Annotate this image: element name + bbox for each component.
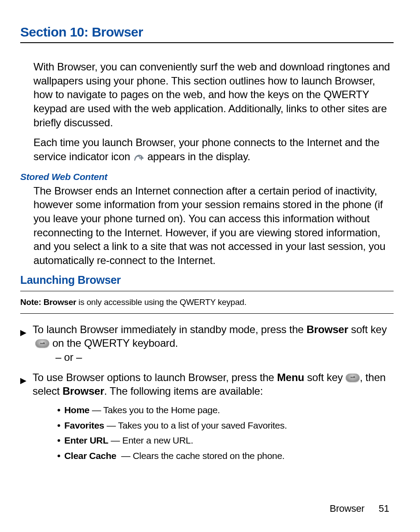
intro-paragraph-1: With Browser, you can conveniently surf … [33,60,394,129]
intro-paragraph-2: Each time you launch Browser, your phone… [33,136,394,165]
stored-paragraph: The Browser ends an Internet connection … [33,184,394,268]
svg-marker-2 [20,378,26,384]
bullet-icon: • [57,448,64,464]
step2-bold2: Browser [63,385,104,397]
intro-p2-part-b: appears in the display. [147,150,251,162]
stored-block: The Browser ends an Internet connection … [20,184,394,268]
step2-bold1: Menu [277,371,304,383]
step2-a: To use Browser options to launch Browser… [33,371,277,383]
item-desc: Takes you to a list of your saved Favori… [104,420,287,430]
item-desc: Takes you to the Home page. [89,405,220,415]
page-number: 51 [379,503,389,514]
play-arrow-icon [20,374,33,388]
play-arrow-icon [20,326,33,340]
list-item: • FavoritesTakes you to a list of your s… [57,418,394,433]
section-title: Section 10: Browser [20,25,394,43]
bullet-icon: • [57,418,64,433]
page: Section 10: Browser With Browser, you ca… [0,0,420,532]
step-2: To use Browser options to launch Browser… [20,371,394,398]
list-item: • HomeTakes you to the Home page. [57,403,394,418]
softkey-browser-icon [35,339,49,348]
browser-options-list: • HomeTakes you to the Home page. • Favo… [20,403,394,464]
note-section: Note: Browser is only accessible using t… [20,291,394,464]
stored-web-content-heading: Stored Web Content [20,172,394,182]
item-desc: Enter a new URL. [108,435,193,445]
bullet-icon: • [57,403,64,418]
footer-section-label: Browser [330,503,365,514]
step1-b: soft key [348,323,387,335]
list-item: • Clear Cache Clears the cache stored on… [57,448,394,464]
note-prefix: Note: Browser [20,297,76,307]
list-item: • Enter URLEnter a new URL. [57,433,394,448]
service-indicator-icon [133,151,144,165]
step1-c: on the QWERTY keyboard. [52,337,178,349]
or-divider: – or – [20,350,394,364]
svg-marker-1 [20,330,26,336]
step-1-text: To launch Browser immediately in standby… [33,323,394,350]
step1-bold: Browser [306,323,348,335]
item-desc: Clears the cache stored on the phone. [119,451,285,461]
intro-block: With Browser, you can conveniently surf … [20,60,394,165]
step-2-text: To use Browser options to launch Browser… [33,371,394,398]
note-line: Note: Browser is only accessible using t… [20,297,394,314]
step2-d: . The following items are available: [104,385,263,397]
page-footer: Browser 51 [330,503,389,514]
item-label: Favorites [64,420,104,430]
softkey-menu-icon [346,374,360,382]
step-1: To launch Browser immediately in standby… [20,323,394,350]
launching-browser-heading: Launching Browser [20,274,394,286]
step1-a: To launch Browser immediately in standby… [33,323,306,335]
step2-b: soft key [304,371,346,383]
bullet-icon: • [57,433,64,448]
item-label: Enter URL [64,435,108,445]
note-suffix: is only accessible using the QWERTY keyp… [76,297,247,307]
item-label: Clear Cache [64,451,119,461]
item-label: Home [64,405,89,415]
